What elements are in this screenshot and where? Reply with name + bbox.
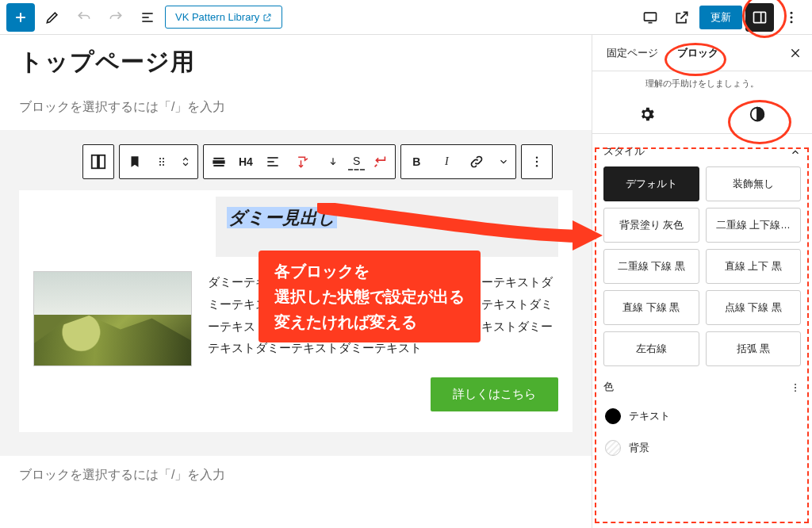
block-type-icon[interactable] [83, 144, 113, 179]
note-arrow-down-icon[interactable] [288, 144, 318, 179]
svg-point-14 [159, 158, 161, 159]
arrow-down-s-button[interactable] [318, 144, 348, 179]
annotation-line1: 各ブロックを [274, 258, 465, 284]
bg-color-swatch [605, 440, 621, 456]
text-color-swatch [605, 408, 621, 424]
svg-point-18 [159, 164, 161, 166]
open-external-button[interactable] [668, 3, 696, 32]
page-title[interactable]: トップページ用 [0, 43, 592, 85]
svg-point-9 [791, 11, 793, 13]
settings-sidebar-toggle[interactable] [745, 3, 774, 32]
note-return-icon[interactable] [365, 144, 395, 179]
text-align-button[interactable] [258, 144, 288, 179]
svg-point-34 [795, 383, 796, 385]
heading-block[interactable]: ダミー見出し [216, 197, 558, 257]
svg-point-28 [536, 157, 538, 159]
svg-point-11 [791, 21, 793, 23]
block-placeholder-2[interactable]: ブロックを選択するには「/」を入力 [0, 456, 592, 498]
style-option-default[interactable]: デフォルト [603, 166, 699, 201]
top-bar: VK Pattern Library 更新 [0, 0, 812, 35]
annotation-line3: 変えたければ変える [274, 309, 465, 335]
document-outline-button[interactable] [133, 3, 162, 32]
svg-point-10 [791, 16, 793, 18]
svg-point-29 [536, 161, 538, 163]
heading-text[interactable]: ダミー見出し [227, 207, 337, 228]
svg-point-15 [163, 158, 164, 159]
subtab-styles[interactable] [703, 94, 813, 134]
style-option-dotted-ub[interactable]: 点線 下線 黒 [706, 290, 802, 325]
tab-block[interactable]: ブロック [668, 35, 728, 71]
block-more-button[interactable] [522, 144, 552, 179]
more-rich-text-button[interactable] [492, 144, 515, 179]
tab-page[interactable]: 固定ページ [597, 35, 668, 71]
style-option-double-ub[interactable]: 二重線 下線 黒 [603, 249, 699, 284]
svg-point-36 [795, 390, 796, 392]
annotation-line2: 選択した状態で設定が出る [274, 284, 465, 309]
color-section-label: 色 [603, 381, 614, 394]
color-text-row[interactable]: テキスト [603, 400, 801, 432]
style-option-plain[interactable]: 装飾無し [706, 166, 802, 201]
drag-handle-icon[interactable] [150, 144, 174, 179]
svg-point-35 [795, 387, 796, 388]
link-button[interactable] [462, 144, 492, 179]
update-button[interactable]: 更新 [699, 6, 742, 29]
style-option-bracket[interactable]: 括弧 黒 [706, 331, 802, 366]
color-bg-label: 背景 [629, 441, 649, 455]
svg-rect-13 [99, 155, 105, 169]
move-chevrons-icon[interactable] [174, 144, 197, 179]
edit-mode-button[interactable] [38, 3, 67, 32]
undo-button[interactable] [70, 3, 98, 32]
svg-rect-7 [754, 12, 766, 22]
svg-rect-5 [645, 13, 657, 21]
svg-rect-21 [213, 161, 224, 163]
settings-sidebar: 固定ページ ブロック 理解の手助けをしましょう。 スタイル [592, 35, 812, 528]
color-section-more[interactable] [790, 382, 801, 393]
content-image[interactable] [33, 271, 192, 366]
color-text-label: テキスト [629, 409, 670, 423]
bold-button[interactable]: B [401, 144, 431, 179]
style-section-label: スタイル [603, 145, 645, 159]
color-bg-row[interactable]: 背景 [603, 432, 801, 464]
subtab-settings[interactable] [592, 94, 703, 134]
more-menu-button[interactable] [777, 3, 806, 32]
redo-button[interactable] [102, 3, 130, 32]
svg-point-19 [163, 164, 164, 166]
svg-point-30 [536, 165, 538, 166]
style-option-bg-gray[interactable]: 背景塗り 灰色 [603, 208, 699, 243]
italic-button[interactable]: I [431, 144, 462, 179]
close-sidebar-button[interactable] [783, 41, 807, 65]
pattern-library-label: VK Pattern Library [175, 11, 259, 23]
dash-s-button[interactable]: S [348, 153, 365, 170]
block-placeholder[interactable]: ブロックを選択するには「/」を入力 [0, 85, 592, 130]
heading-level-button[interactable]: H4 [234, 144, 258, 179]
style-option-double-tb[interactable]: 二重線 上下線… [706, 208, 802, 243]
contrast-icon [749, 105, 766, 123]
style-grid: デフォルト 装飾無し 背景塗り 灰色 二重線 上下線… 二重線 下線 黒 直線 … [603, 166, 801, 366]
sidebar-hint: 理解の手助けをしましょう。 [592, 71, 812, 94]
align-button[interactable] [204, 144, 234, 179]
bookmark-icon[interactable] [120, 144, 150, 179]
style-option-lr-lines[interactable]: 左右線 [603, 331, 699, 366]
view-desktop-button[interactable] [636, 3, 665, 32]
block-toolbar: H4 S B I [82, 144, 592, 179]
pattern-library-button[interactable]: VK Pattern Library [165, 6, 282, 29]
style-option-solid-tb[interactable]: 直線 上下 黒 [706, 249, 802, 284]
cta-button[interactable]: 詳しくはこちら [431, 377, 558, 411]
annotation-bubble: 各ブロックを 選択した状態で設定が出る 変えたければ変える [259, 251, 481, 342]
svg-point-16 [159, 161, 161, 163]
svg-point-17 [163, 161, 164, 163]
style-option-solid-ub[interactable]: 直線 下線 黒 [603, 290, 699, 325]
add-block-button[interactable] [6, 3, 35, 32]
svg-rect-12 [92, 155, 98, 169]
style-section-toggle[interactable] [790, 147, 801, 158]
gear-icon [638, 105, 656, 123]
